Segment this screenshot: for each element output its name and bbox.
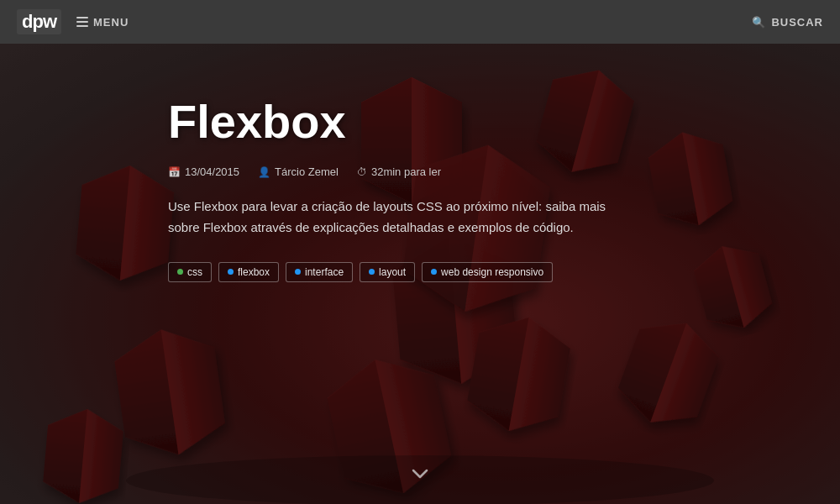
meta-row: 📅 13/04/2015 👤 Tárcio Zemel ⏱ 32min para… xyxy=(168,165,672,178)
scroll-indicator[interactable] xyxy=(410,464,430,489)
navbar-left: dpw MENU xyxy=(17,9,129,34)
tag-color-dot xyxy=(431,269,437,275)
tag-color-dot xyxy=(228,269,234,275)
search-label: BUSCAR xyxy=(771,16,823,29)
tag-color-dot xyxy=(295,269,301,275)
menu-label: MENU xyxy=(93,16,129,29)
hero-section: Flexbox 📅 13/04/2015 👤 Tárcio Zemel ⏱ 32… xyxy=(0,44,840,504)
article-title: Flexbox xyxy=(168,94,672,149)
search-button[interactable]: 🔍 BUSCAR xyxy=(752,16,823,29)
date-text: 13/04/2015 xyxy=(185,165,239,178)
tags-row: cssflexboxinterfacelayoutweb design resp… xyxy=(168,262,672,282)
tag-item[interactable]: web design responsivo xyxy=(422,262,553,282)
tag-label: layout xyxy=(379,266,406,278)
menu-button[interactable]: MENU xyxy=(76,16,129,29)
meta-author: 👤 Tárcio Zemel xyxy=(258,165,339,178)
meta-read-time: ⏱ 32min para ler xyxy=(357,165,441,178)
tag-color-dot xyxy=(369,269,375,275)
author-text: Tárcio Zemel xyxy=(275,165,339,178)
clock-icon: ⏱ xyxy=(357,166,367,178)
tag-color-dot xyxy=(177,269,183,275)
read-time-text: 32min para ler xyxy=(371,165,441,178)
hamburger-icon xyxy=(76,17,88,27)
tag-label: web design responsivo xyxy=(441,266,543,278)
tag-label: flexbox xyxy=(238,266,270,278)
author-icon: 👤 xyxy=(258,166,270,178)
tag-item[interactable]: interface xyxy=(286,262,353,282)
calendar-icon: 📅 xyxy=(168,166,181,178)
logo-text: dpw xyxy=(17,9,61,34)
navbar: dpw MENU 🔍 BUSCAR xyxy=(0,0,840,44)
search-icon: 🔍 xyxy=(752,16,766,29)
meta-date: 📅 13/04/2015 xyxy=(168,165,239,178)
tag-label: interface xyxy=(305,266,344,278)
tag-item[interactable]: css xyxy=(168,262,212,282)
tag-label: css xyxy=(187,266,202,278)
article-description: Use Flexbox para levar a criação de layo… xyxy=(168,197,622,239)
logo[interactable]: dpw xyxy=(17,9,61,34)
tag-item[interactable]: flexbox xyxy=(218,262,279,282)
hero-content: Flexbox 📅 13/04/2015 👤 Tárcio Zemel ⏱ 32… xyxy=(168,94,672,282)
tag-item[interactable]: layout xyxy=(360,262,415,282)
